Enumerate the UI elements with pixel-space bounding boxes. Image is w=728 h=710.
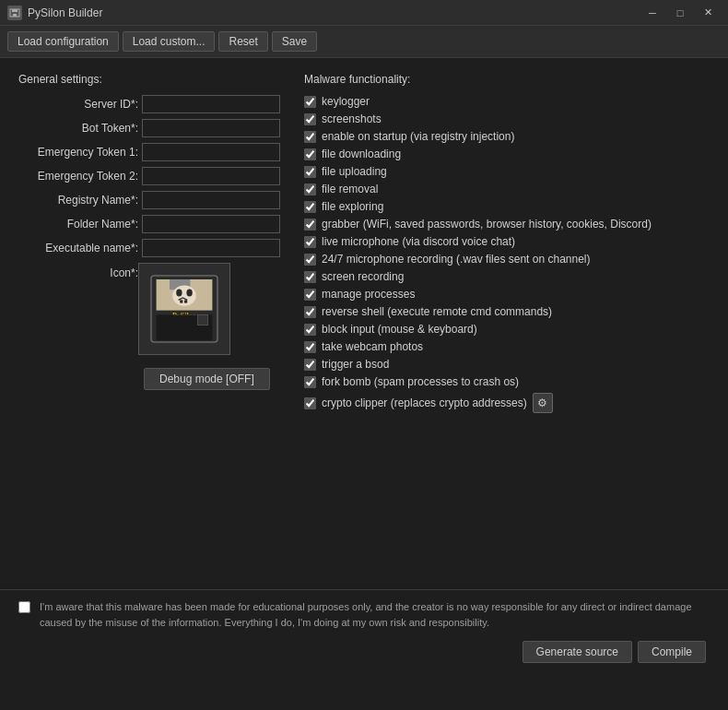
emergency-token-2-input[interactable] <box>142 167 280 185</box>
file-downloading-row: file downloading <box>304 148 710 160</box>
keylogger-row: keylogger <box>304 95 710 108</box>
block-input-row: block input (mouse & keyboard) <box>304 323 710 336</box>
file-uploading-checkbox[interactable] <box>304 166 316 178</box>
executable-name-input[interactable] <box>142 239 280 257</box>
grabber-label: grabber (WiFi, saved passwords, browser … <box>322 218 652 231</box>
compile-button[interactable]: Compile <box>638 641 706 663</box>
bsod-row: trigger a bsod <box>304 358 710 371</box>
general-settings-title: General settings: <box>18 73 286 86</box>
screenshots-row: screenshots <box>304 112 710 125</box>
executable-name-row: Executable name*: <box>18 239 286 257</box>
webcam-photos-label: take webcam photos <box>322 340 423 353</box>
screenshots-label: screenshots <box>322 112 382 125</box>
emergency-token-1-row: Emergency Token 1: <box>18 143 286 161</box>
webcam-photos-checkbox[interactable] <box>304 341 316 353</box>
screen-recording-checkbox[interactable] <box>304 271 316 283</box>
svg-point-7 <box>176 289 182 296</box>
reset-button[interactable]: Reset <box>218 31 267 52</box>
executable-name-label: Executable name*: <box>18 242 138 254</box>
bsod-checkbox[interactable] <box>304 359 316 371</box>
grabber-checkbox[interactable] <box>304 219 316 231</box>
crypto-clipper-settings-button[interactable]: ⚙ <box>533 393 553 413</box>
close-button[interactable]: ✕ <box>695 4 721 22</box>
generate-source-button[interactable]: Generate source <box>523 641 632 663</box>
block-input-checkbox[interactable] <box>304 324 316 336</box>
file-downloading-checkbox[interactable] <box>304 148 316 160</box>
registry-name-input[interactable] <box>142 191 280 209</box>
bottom-section: I'm aware that this malware has been mad… <box>0 589 728 672</box>
emergency-token-2-label: Emergency Token 2: <box>18 170 138 183</box>
registry-name-label: Registry Name*: <box>18 194 138 207</box>
main-content: General settings: Server ID*: Bot Token*… <box>0 58 728 589</box>
disclaimer-checkbox[interactable] <box>18 601 30 613</box>
malware-functionality-title: Malware functionality: <box>304 73 710 86</box>
block-input-label: block input (mouse & keyboard) <box>322 323 477 336</box>
svg-rect-9 <box>180 300 182 302</box>
left-panel: General settings: Server ID*: Bot Token*… <box>18 73 286 574</box>
icon-field-label: Icon*: <box>18 266 138 279</box>
title-bar: PySilon Builder ─ □ ✕ <box>0 0 728 26</box>
file-exploring-label: file exploring <box>322 200 383 213</box>
file-removal-checkbox[interactable] <box>304 183 316 195</box>
toolbar: Load configuration Load custom... Reset … <box>0 26 728 58</box>
disclaimer-row: I'm aware that this malware has been mad… <box>18 599 710 630</box>
screen-recording-label: screen recording <box>322 270 404 283</box>
debug-mode-button[interactable]: Debug mode [OFF] <box>144 368 270 390</box>
crypto-clipper-checkbox[interactable] <box>304 397 316 409</box>
footer-buttons: Generate source Compile <box>18 641 710 663</box>
app-title: PySilon Builder <box>28 6 102 19</box>
right-panel: Malware functionality: keylogger screens… <box>304 73 710 574</box>
reverse-shell-label: reverse shell (execute remote cmd comman… <box>322 305 552 318</box>
microphone-recording-label: 24/7 microphone recording (.wav files se… <box>322 253 591 266</box>
folder-name-label: Folder Name*: <box>18 218 138 231</box>
startup-checkbox[interactable] <box>304 131 316 143</box>
file-exploring-checkbox[interactable] <box>304 201 316 213</box>
bot-token-label: Bot Token*: <box>18 122 138 135</box>
file-downloading-label: file downloading <box>322 148 401 160</box>
live-microphone-label: live microphone (via discord voice chat) <box>322 235 515 248</box>
disclaimer-text: I'm aware that this malware has been mad… <box>40 599 710 630</box>
folder-name-input[interactable] <box>142 215 280 233</box>
bot-token-row: Bot Token*: <box>18 119 286 137</box>
icon-preview[interactable]: PySilon <box>138 263 230 355</box>
file-exploring-row: file exploring <box>304 200 710 213</box>
app-icon <box>7 6 22 20</box>
emergency-token-1-label: Emergency Token 1: <box>18 146 138 159</box>
icon-row: Icon*: PySi <box>18 263 286 355</box>
svg-rect-10 <box>184 300 187 302</box>
fork-bomb-checkbox[interactable] <box>304 376 316 388</box>
maximize-button[interactable]: □ <box>667 4 693 22</box>
file-uploading-label: file uploading <box>322 165 387 178</box>
file-removal-label: file removal <box>322 183 378 195</box>
minimize-button[interactable]: ─ <box>640 4 665 22</box>
crypto-clipper-label: crypto clipper (replaces crypto addresse… <box>322 396 527 409</box>
crypto-clipper-row: crypto clipper (replaces crypto addresse… <box>304 393 710 413</box>
server-id-label: Server ID*: <box>18 98 138 111</box>
load-config-button[interactable]: Load configuration <box>7 31 119 52</box>
folder-name-row: Folder Name*: <box>18 215 286 233</box>
bsod-label: trigger a bsod <box>322 358 389 371</box>
save-button[interactable]: Save <box>272 31 317 52</box>
manage-processes-row: manage processes <box>304 288 710 301</box>
bot-token-input[interactable] <box>142 119 280 137</box>
manage-processes-label: manage processes <box>322 288 415 301</box>
reverse-shell-checkbox[interactable] <box>304 306 316 318</box>
microphone-recording-checkbox[interactable] <box>304 254 316 266</box>
floppy-disk-icon: PySilon <box>147 272 221 346</box>
screenshots-checkbox[interactable] <box>304 113 316 125</box>
keylogger-checkbox[interactable] <box>304 96 316 108</box>
live-microphone-row: live microphone (via discord voice chat) <box>304 235 710 248</box>
svg-rect-2 <box>13 14 17 17</box>
svg-point-8 <box>186 289 192 296</box>
title-bar-left: PySilon Builder <box>7 6 102 20</box>
server-id-input[interactable] <box>142 95 280 113</box>
startup-row: enable on startup (via registry injectio… <box>304 130 710 143</box>
emergency-token-1-input[interactable] <box>142 143 280 161</box>
manage-processes-checkbox[interactable] <box>304 289 316 301</box>
live-microphone-checkbox[interactable] <box>304 236 316 248</box>
server-id-row: Server ID*: <box>18 95 286 113</box>
load-custom-button[interactable]: Load custom... <box>123 31 216 52</box>
screen-recording-row: screen recording <box>304 270 710 283</box>
registry-name-row: Registry Name*: <box>18 191 286 209</box>
title-bar-controls: ─ □ ✕ <box>640 4 721 22</box>
